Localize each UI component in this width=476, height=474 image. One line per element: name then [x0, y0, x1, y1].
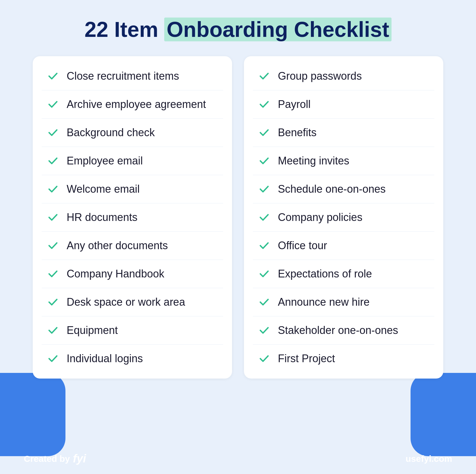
check-icon [48, 297, 58, 307]
check-icon [48, 325, 58, 336]
check-icon [48, 353, 58, 364]
list-item: Desk space or work area [42, 288, 223, 316]
item-text: Stakeholder one-on-ones [278, 324, 398, 337]
check-icon [48, 269, 58, 279]
list-item: Expectations of role [253, 260, 434, 288]
check-icon [48, 212, 58, 223]
list-item: Payroll [253, 90, 434, 119]
list-item: HR documents [42, 203, 223, 232]
list-item: Group passwords [253, 62, 434, 90]
right-checklist-card: Group passwords Payroll Benefits Meeti [244, 56, 443, 379]
check-icon [48, 240, 58, 251]
item-text: Company policies [278, 211, 362, 224]
item-text: Company Handbook [67, 268, 164, 280]
list-item: Meeting invites [253, 147, 434, 175]
list-item: Employee email [42, 147, 223, 175]
check-icon [259, 297, 270, 307]
list-item: Company policies [253, 203, 434, 232]
item-text: HR documents [67, 211, 137, 224]
list-item: Benefits [253, 119, 434, 147]
left-checklist-card: Close recruitment items Archive employee… [33, 56, 232, 379]
title-prefix: 22 Item [84, 18, 164, 41]
check-icon [259, 325, 270, 336]
check-icon [259, 71, 270, 81]
list-item: Schedule one-on-ones [253, 175, 434, 203]
check-icon [259, 269, 270, 279]
list-item: Any other documents [42, 232, 223, 260]
item-text: Meeting invites [278, 155, 349, 167]
footer-created-by: Created by fyi [24, 452, 86, 465]
check-icon [259, 127, 270, 138]
item-text: First Project [278, 352, 335, 365]
check-icon [259, 184, 270, 194]
page-title: 22 Item Onboarding Checklist [84, 18, 392, 41]
list-item: Welcome email [42, 175, 223, 203]
list-item: First Project [253, 345, 434, 373]
item-text: Payroll [278, 98, 311, 111]
list-item: Close recruitment items [42, 62, 223, 90]
check-icon [48, 71, 58, 81]
item-text: Welcome email [67, 183, 140, 195]
check-icon [259, 212, 270, 223]
item-text: Archive employee agreement [67, 98, 206, 111]
title-area: 22 Item Onboarding Checklist [84, 18, 392, 41]
item-text: Office tour [278, 239, 327, 252]
item-text: Expectations of role [278, 268, 372, 280]
list-item: Stakeholder one-on-ones [253, 316, 434, 345]
list-item: Archive employee agreement [42, 90, 223, 119]
check-icon [48, 99, 58, 110]
check-icon [48, 156, 58, 166]
footer-brand: fyi [73, 452, 86, 465]
list-item: Background check [42, 119, 223, 147]
item-text: Equipment [67, 324, 118, 337]
item-text: Benefits [278, 126, 317, 139]
item-text: Employee email [67, 155, 143, 167]
item-text: Any other documents [67, 239, 168, 252]
list-item: Individual logins [42, 345, 223, 373]
item-text: Background check [67, 126, 155, 139]
item-text: Desk space or work area [67, 296, 185, 308]
footer: Created by fyi usefyi.com [0, 443, 476, 474]
check-icon [259, 353, 270, 364]
item-text: Announce new hire [278, 296, 369, 308]
list-item: Announce new hire [253, 288, 434, 316]
check-icon [259, 99, 270, 110]
main-content: 22 Item Onboarding Checklist Close recru… [0, 0, 476, 443]
check-icon [48, 184, 58, 194]
item-text: Schedule one-on-ones [278, 183, 386, 195]
check-icon [259, 156, 270, 166]
footer-url: usefyi.com [405, 454, 452, 464]
check-icon [259, 240, 270, 251]
checklist-container: Close recruitment items Archive employee… [33, 56, 443, 379]
list-item: Office tour [253, 232, 434, 260]
list-item: Equipment [42, 316, 223, 345]
title-highlight: Onboarding Checklist [164, 18, 392, 41]
item-text: Group passwords [278, 70, 362, 82]
check-icon [48, 127, 58, 138]
footer-created-label: Created by [24, 454, 70, 464]
list-item: Company Handbook [42, 260, 223, 288]
item-text: Close recruitment items [67, 70, 179, 82]
item-text: Individual logins [67, 352, 143, 365]
